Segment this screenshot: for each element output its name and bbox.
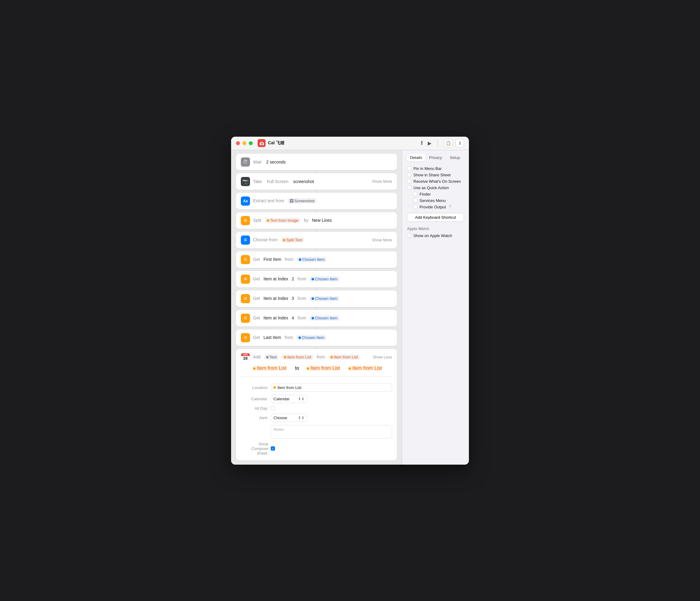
show-less-btn[interactable]: Show Less	[373, 355, 392, 359]
allday-label: All Day:	[241, 406, 268, 411]
compose-sheet-checkbox[interactable]: ✓	[271, 446, 275, 451]
calendar-field-row: Calendar: Calendar ⬆⬇	[241, 395, 392, 403]
get-index-3-icon: ≡	[241, 294, 250, 303]
text-from-image-token[interactable]: Text from Image	[265, 218, 300, 223]
provide-output-help: ?	[449, 205, 451, 209]
finder-checkbox[interactable]	[413, 192, 417, 196]
get-index-4-icon: ≡	[241, 314, 250, 323]
alert-select[interactable]: Choose ⬆⬇	[271, 414, 307, 422]
cal-day: 26	[243, 356, 248, 361]
get-index-3-text: Get Item at Index 3 from Chosen Item	[253, 296, 392, 302]
split-text-token[interactable]: Split Text	[281, 237, 304, 243]
screenshot-text: Take Full Screen screenshot	[253, 179, 369, 184]
token-dot	[311, 278, 314, 280]
text-token[interactable]: Text	[264, 355, 279, 360]
chosen-item-token-2[interactable]: Chosen Item	[310, 277, 339, 282]
location-value[interactable]: Item from List	[271, 383, 392, 392]
token-dot	[273, 386, 276, 389]
tab-details[interactable]: Details	[407, 154, 425, 161]
provide-output-checkbox[interactable]	[413, 205, 417, 209]
share-button[interactable]: ⬆	[420, 140, 424, 146]
provide-output-row: Provide Output ?	[413, 205, 464, 209]
on-screen-checkbox[interactable]	[407, 179, 411, 183]
add-calendar-text: Add Text Item from List from	[253, 355, 370, 360]
minimize-button[interactable]	[242, 141, 246, 145]
info-icon-button[interactable]: ℹ	[455, 139, 464, 147]
connector	[317, 308, 317, 310]
step-get-last: ≡ Get Last Item from Chosen Item	[236, 330, 397, 346]
item-from-list-token-4[interactable]: Item from List	[307, 365, 340, 371]
wait-text: Wait 2 seconds	[253, 160, 392, 164]
chosen-item-token-4[interactable]: Chosen Item	[310, 315, 339, 321]
chosen-item-token-3[interactable]: Chosen Item	[310, 296, 339, 301]
step-take-screenshot: 📷 Take Full Screen screenshot Show More	[236, 173, 397, 190]
apple-watch-checkbox[interactable]	[407, 233, 411, 238]
token-dot	[298, 336, 301, 339]
pin-menu-bar-checkbox[interactable]	[407, 166, 411, 171]
add-icon-button[interactable]: 📋	[444, 139, 452, 147]
select-arrow-icon: ⬆⬇	[298, 415, 305, 420]
screenshot-token-icon: 🖼	[290, 199, 294, 203]
get-last-text: Get Last Item from Chosen Item	[253, 335, 392, 340]
item-from-list-token-3[interactable]: Item from List	[253, 365, 286, 371]
on-screen-label: Receive What's On Screen	[414, 179, 461, 184]
extract-text: Extract text from 🖼 Screenshot	[253, 198, 392, 203]
calendar-select[interactable]: Calendar ⬆⬇	[271, 395, 307, 403]
quick-action-label: Use as Quick Action	[414, 186, 449, 190]
chosen-item-token-1[interactable]: Chosen Item	[297, 257, 327, 262]
play-button[interactable]: ▶	[428, 140, 431, 146]
apple-watch-row: Show on Apple Watch	[407, 233, 464, 238]
maximize-button[interactable]	[249, 141, 253, 145]
share-sheet-checkbox[interactable]	[407, 173, 411, 177]
item-from-list-token-5[interactable]: Item from List	[348, 365, 382, 371]
choose-from-text: Choose from Split Text	[253, 237, 369, 243]
close-button[interactable]	[236, 141, 240, 145]
alert-label: Alert:	[241, 415, 268, 420]
token-dot	[311, 297, 314, 300]
services-menu-label: Services Menu	[420, 198, 446, 203]
add-calendar-row: APR 26 Add Text Item from Lis	[241, 353, 392, 362]
sidebar-tabs: Details Privacy Setup	[407, 154, 464, 161]
tab-setup[interactable]: Setup	[446, 154, 464, 161]
calendar-icon: APR 26	[241, 353, 250, 362]
token-dot	[348, 367, 351, 370]
token-dot	[330, 356, 333, 358]
token-dot	[307, 367, 309, 370]
tab-privacy[interactable]: Privacy	[427, 154, 445, 161]
connector	[317, 346, 317, 349]
token-dot	[253, 367, 255, 370]
step-extract-text: Aa Extract text from 🖼 Screenshot	[236, 193, 397, 209]
screenshot-icon: 📷	[241, 177, 250, 186]
choose-from-icon: ≡	[241, 236, 250, 245]
quick-action-checkbox[interactable]	[407, 186, 411, 190]
add-keyboard-shortcut-btn[interactable]: Add Keyboard Shortcut	[407, 213, 464, 222]
get-first-icon: ≡	[241, 255, 250, 264]
chosen-item-token-5[interactable]: Chosen Item	[297, 335, 326, 340]
split-icon: ≡	[241, 216, 250, 225]
services-menu-checkbox[interactable]	[413, 198, 417, 202]
calendar-label: Calendar:	[241, 396, 268, 401]
step-choose-from: ≡ Choose from Split Text Show More	[236, 232, 397, 248]
expand-fields: Location: Item from List Calendar: Calen…	[241, 382, 392, 457]
sidebar-panel: Details Privacy Setup Pin in Menu Bar Sh…	[402, 150, 469, 465]
pin-menu-bar-row: Pin in Menu Bar	[407, 166, 464, 171]
apple-watch-label: Show on Apple Watch	[414, 233, 452, 238]
finder-label: Finder	[420, 192, 431, 196]
item-from-list-token-2[interactable]: Item from List	[329, 355, 360, 360]
quick-action-row: Use as Quick Action	[407, 186, 464, 190]
item-from-list-token-1[interactable]: Item from List	[282, 355, 313, 360]
provide-output-label: Provide Output	[420, 205, 446, 209]
show-more-choose[interactable]: Show More	[372, 238, 392, 242]
show-more-screenshot[interactable]: Show More	[372, 179, 392, 184]
step-get-first: ≡ Get First Item from Chosen Item	[236, 251, 397, 268]
share-sheet-row: Show in Share Sheet	[407, 173, 464, 177]
screenshot-token[interactable]: 🖼 Screenshot	[288, 198, 317, 203]
compose-sheet-label: Show Compose Sheet:	[241, 442, 268, 455]
location-label: Location:	[241, 385, 268, 390]
step-get-index-3: ≡ Get Item at Index 3 from Chosen Item	[236, 290, 397, 307]
notes-textarea[interactable]: Notes	[271, 425, 392, 439]
allday-checkbox[interactable]	[271, 406, 275, 410]
connector	[317, 230, 317, 232]
pin-menu-bar-label: Pin in Menu Bar	[414, 166, 442, 171]
notes-label	[241, 425, 268, 426]
